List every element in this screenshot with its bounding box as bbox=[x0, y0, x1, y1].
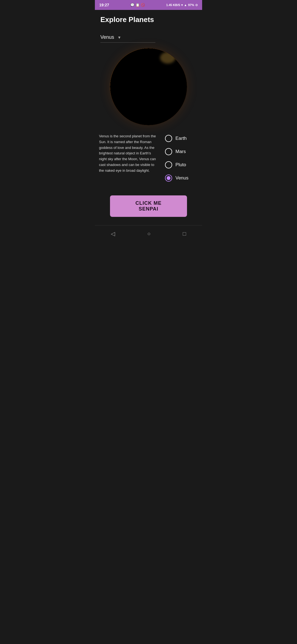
radio-option-pluto[interactable]: Pluto bbox=[165, 161, 198, 168]
bottom-section: Venus is the second planet from the Sun.… bbox=[95, 131, 202, 184]
wifi-icon: ▾ bbox=[181, 3, 183, 7]
status-icons: 💬 📋 🚫 bbox=[130, 3, 145, 7]
planet-dropdown[interactable]: Venus ▼ bbox=[100, 32, 155, 43]
radio-label-pluto: Pluto bbox=[175, 162, 186, 168]
radio-option-earth[interactable]: Earth bbox=[165, 135, 198, 142]
planet-image-container bbox=[95, 45, 202, 131]
navigation-bar: ◁ ○ □ bbox=[95, 225, 202, 242]
radio-label-earth: Earth bbox=[175, 136, 187, 141]
click-me-button[interactable]: CLICK ME SENPAI bbox=[110, 195, 187, 217]
radio-option-mars[interactable]: Mars bbox=[165, 148, 198, 155]
back-button[interactable]: ◁ bbox=[105, 228, 120, 239]
blocked-icon: 🚫 bbox=[141, 3, 145, 7]
radio-circle-pluto bbox=[165, 161, 172, 168]
radio-circle-earth bbox=[165, 135, 172, 142]
radio-circle-venus bbox=[165, 174, 172, 182]
planet-texture-svg bbox=[110, 48, 187, 125]
button-container: CLICK ME SENPAI bbox=[95, 184, 202, 225]
battery-level: 97% bbox=[188, 3, 194, 7]
status-bar: 19:27 💬 📋 🚫 1.45 KB/S ▾ ▲ 97% ⊙ bbox=[95, 0, 202, 10]
app-bar: Explore Planets bbox=[95, 10, 202, 27]
chevron-down-icon: ▼ bbox=[117, 35, 121, 40]
radio-label-venus: Venus bbox=[175, 175, 188, 181]
planet-image bbox=[110, 48, 187, 125]
notification-icon: 📋 bbox=[136, 3, 140, 7]
radio-circle-mars bbox=[165, 148, 172, 155]
radio-label-mars: Mars bbox=[175, 149, 186, 154]
page-title: Explore Planets bbox=[100, 15, 197, 24]
status-time: 19:27 bbox=[99, 3, 109, 7]
dropdown-selected-value: Venus bbox=[100, 34, 114, 40]
dropdown-container: Venus ▼ bbox=[100, 32, 202, 43]
home-button[interactable]: ○ bbox=[142, 228, 156, 239]
recents-button[interactable]: □ bbox=[177, 228, 191, 239]
whatsapp-icon: 💬 bbox=[130, 3, 134, 7]
planet-description: Venus is the second planet from the Sun.… bbox=[99, 133, 160, 174]
battery-icon: ⊙ bbox=[195, 3, 198, 7]
radio-options-group: Earth Mars Pluto Venus bbox=[165, 133, 198, 182]
network-speed: 1.45 KB/S bbox=[166, 3, 180, 7]
radio-option-venus[interactable]: Venus bbox=[165, 174, 198, 182]
signal-icon: ▲ bbox=[184, 3, 187, 7]
status-right: 1.45 KB/S ▾ ▲ 97% ⊙ bbox=[166, 3, 198, 7]
